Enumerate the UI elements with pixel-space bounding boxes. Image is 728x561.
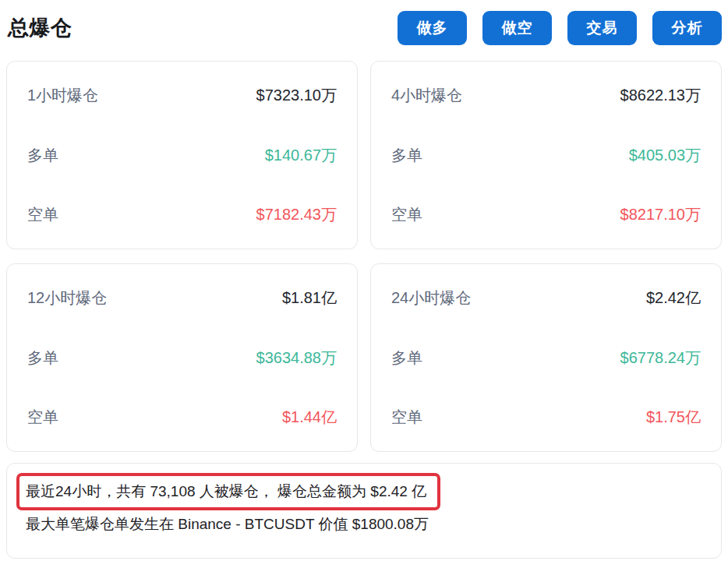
long-button[interactable]: 做多 (398, 11, 467, 45)
card-1h-liquidation: 1小时爆仓 $7323.10万 多单 $140.67万 空单 $7182.43万 (6, 61, 358, 249)
long-label: 多单 (391, 348, 422, 369)
header: 总爆仓 做多 做空 交易 分析 (6, 8, 722, 50)
short-value: $8217.10万 (620, 204, 701, 225)
short-row: 空单 $7182.43万 (27, 204, 337, 225)
summary-largest-order-line: 最大单笔爆仓单发生在 Binance - BTCUSDT 价值 $1800.08… (26, 514, 710, 535)
short-label: 空单 (391, 407, 422, 428)
short-label: 空单 (27, 407, 58, 428)
period-label: 4小时爆仓 (391, 85, 462, 106)
analyze-button[interactable]: 分析 (652, 11, 722, 45)
total-row: 1小时爆仓 $7323.10万 (27, 85, 337, 106)
total-value: $2.42亿 (646, 288, 701, 309)
short-label: 空单 (27, 204, 58, 225)
total-row: 24小时爆仓 $2.42亿 (391, 288, 701, 309)
period-label: 1小时爆仓 (27, 85, 98, 106)
total-value: $7323.10万 (256, 85, 337, 106)
total-row: 12小时爆仓 $1.81亿 (27, 288, 337, 309)
card-24h-liquidation: 24小时爆仓 $2.42亿 多单 $6778.24万 空单 $1.75亿 (370, 263, 722, 452)
short-value: $7182.43万 (256, 204, 337, 225)
summary-total-line: 最近24小时，共有 73,108 人被爆仓， 爆仓总金额为 $2.42 亿 (26, 483, 426, 499)
card-4h-liquidation: 4小时爆仓 $8622.13万 多单 $405.03万 空单 $8217.10万 (370, 61, 722, 249)
period-label: 12小时爆仓 (27, 288, 107, 309)
card-12h-liquidation: 12小时爆仓 $1.81亿 多单 $3634.88万 空单 $1.44亿 (6, 263, 358, 452)
long-label: 多单 (27, 145, 58, 166)
long-label: 多单 (391, 145, 422, 166)
stat-cards-grid: 1小时爆仓 $7323.10万 多单 $140.67万 空单 $7182.43万… (6, 61, 722, 452)
long-row: 多单 $140.67万 (27, 145, 337, 166)
short-button[interactable]: 做空 (482, 11, 552, 45)
long-row: 多单 $3634.88万 (27, 348, 337, 369)
total-row: 4小时爆仓 $8622.13万 (391, 85, 701, 106)
header-actions: 做多 做空 交易 分析 (398, 11, 722, 45)
total-value: $8622.13万 (620, 85, 701, 106)
liquidation-dashboard: 总爆仓 做多 做空 交易 分析 1小时爆仓 $7323.10万 多单 $140.… (0, 0, 728, 561)
long-value: $405.03万 (629, 145, 701, 166)
page-title: 总爆仓 (8, 14, 72, 42)
red-highlight-annotation: 最近24小时，共有 73,108 人被爆仓， 爆仓总金额为 $2.42 亿 (16, 473, 440, 510)
short-row: 空单 $1.44亿 (27, 407, 337, 428)
short-row: 空单 $8217.10万 (391, 204, 701, 225)
summary-card: 最近24小时，共有 73,108 人被爆仓， 爆仓总金额为 $2.42 亿 最大… (6, 463, 722, 559)
short-value: $1.44亿 (282, 407, 337, 428)
period-label: 24小时爆仓 (391, 288, 471, 309)
long-value: $3634.88万 (256, 348, 337, 369)
short-value: $1.75亿 (646, 407, 701, 428)
short-row: 空单 $1.75亿 (391, 407, 701, 428)
long-row: 多单 $6778.24万 (391, 348, 701, 369)
short-label: 空单 (391, 204, 422, 225)
trade-button[interactable]: 交易 (567, 11, 637, 45)
total-value: $1.81亿 (282, 288, 337, 309)
long-value: $140.67万 (265, 145, 337, 166)
long-value: $6778.24万 (620, 348, 701, 369)
long-label: 多单 (27, 348, 58, 369)
long-row: 多单 $405.03万 (391, 145, 701, 166)
